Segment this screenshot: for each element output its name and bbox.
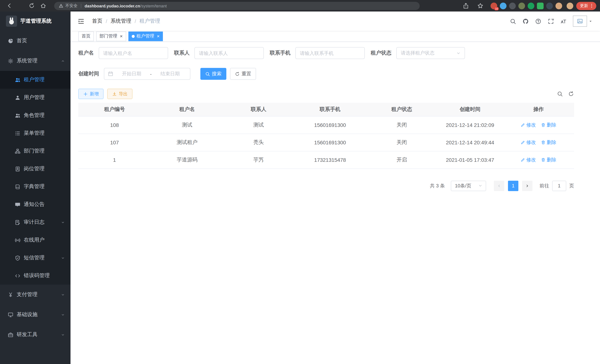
delete-icon bbox=[541, 140, 546, 145]
sidebar-item-dept-management[interactable]: 部门管理 bbox=[0, 142, 71, 160]
sidebar-item-online-users[interactable]: 在线用户 bbox=[0, 231, 71, 249]
browser-address-bar[interactable]: 不安全 dashboard.yudao.iocoder.cn/system/te… bbox=[54, 2, 420, 10]
toggle-search-button[interactable] bbox=[557, 91, 563, 97]
app-title: 芋道管理系统 bbox=[20, 18, 52, 25]
chevron-up-icon bbox=[61, 59, 65, 63]
code-icon bbox=[15, 273, 20, 279]
sidebar-item-dev-tools[interactable]: 研发工具 bbox=[0, 325, 71, 345]
delete-button[interactable]: 删除 bbox=[541, 121, 556, 128]
tab-bar: 首页部门管理×租户管理× bbox=[71, 31, 600, 42]
page-number-button[interactable]: 1 bbox=[508, 180, 518, 191]
extension-green[interactable] bbox=[528, 2, 534, 9]
sidebar-item-label: 审计日志 bbox=[24, 219, 45, 226]
sidebar-item-tenant-management[interactable]: 租户管理 bbox=[0, 71, 71, 89]
search-icon[interactable] bbox=[510, 18, 516, 24]
tab-dept-management[interactable]: 部门管理× bbox=[96, 31, 126, 41]
sidebar-item-payment-management[interactable]: 支付管理 bbox=[0, 285, 71, 305]
sidebar-item-label: 字典管理 bbox=[24, 183, 45, 190]
breadcrumb-system[interactable]: 系统管理 bbox=[111, 18, 131, 25]
sidebar-item-post-management[interactable]: 岗位管理 bbox=[0, 160, 71, 178]
breadcrumb: 首页 / 系统管理 / 租户管理 bbox=[92, 18, 160, 25]
sidebar-item-sms-management[interactable]: 短信管理 bbox=[0, 249, 71, 267]
tab-home[interactable]: 首页 bbox=[78, 31, 94, 41]
filter-row-1: 租户名 联系人 联系手机 租户状态 请选择租户状态 bbox=[78, 47, 574, 59]
edit-button[interactable]: 修改 bbox=[521, 139, 536, 146]
prev-page-button[interactable] bbox=[494, 180, 504, 191]
extension-navy[interactable] bbox=[546, 2, 553, 9]
sidebar-toggle-button[interactable] bbox=[77, 18, 84, 25]
sidebar-item-role-management[interactable]: 角色管理 bbox=[0, 106, 71, 124]
tab-close-icon[interactable]: × bbox=[157, 34, 159, 38]
share-icon[interactable] bbox=[463, 3, 469, 9]
image-placeholder-icon bbox=[577, 18, 583, 24]
extension-tan[interactable] bbox=[555, 2, 562, 9]
sidebar-item-label: 系统管理 bbox=[17, 57, 38, 64]
browser-profile-avatar[interactable] bbox=[567, 2, 573, 9]
browser-update-button[interactable]: 更新 bbox=[576, 2, 596, 10]
tenant-name-input[interactable] bbox=[99, 47, 168, 59]
column-header: 租户名 bbox=[151, 103, 223, 116]
extension-gray[interactable] bbox=[509, 2, 516, 9]
sidebar-item-label: 用户管理 bbox=[24, 94, 45, 101]
phone-input[interactable] bbox=[295, 47, 365, 59]
table-row: 108测试测试15601691300关闭2021-12-14 21:02:09修… bbox=[78, 116, 574, 134]
sidebar-item-menu-management[interactable]: 菜单管理 bbox=[0, 124, 71, 142]
user-menu[interactable] bbox=[573, 16, 593, 27]
url-host: dashboard.yudao.iocoder.cn bbox=[84, 3, 140, 8]
sidebar-item-dict-management[interactable]: 字典管理 bbox=[0, 178, 71, 196]
refresh-icon bbox=[235, 71, 240, 76]
menu-list-icon bbox=[15, 131, 20, 136]
breadcrumb-home[interactable]: 首页 bbox=[92, 18, 103, 25]
sidebar-item-error-code-management[interactable]: 错误码管理 bbox=[0, 267, 71, 285]
user-avatar[interactable] bbox=[573, 16, 587, 27]
font-size-icon[interactable] bbox=[560, 18, 567, 24]
extension-olive[interactable] bbox=[518, 2, 525, 9]
contact-input[interactable] bbox=[194, 47, 264, 59]
delete-button-label: 删除 bbox=[547, 139, 556, 146]
extension-red[interactable]: 10 bbox=[490, 2, 497, 9]
goto-page-input[interactable] bbox=[552, 180, 566, 191]
browser-home-button[interactable] bbox=[40, 3, 46, 9]
security-label[interactable]: 不安全 bbox=[65, 3, 77, 9]
cell-actions: 修改删除 bbox=[503, 151, 574, 168]
sidebar-item-audit-log[interactable]: 审计日志 bbox=[0, 213, 71, 231]
sidebar-item-system-management[interactable]: 系统管理 bbox=[0, 51, 71, 71]
browser-back-button[interactable] bbox=[6, 3, 13, 9]
add-button[interactable]: 新增 bbox=[78, 89, 103, 99]
export-button[interactable]: 导出 bbox=[107, 89, 132, 99]
sidebar-item-home[interactable]: 首页 bbox=[0, 31, 71, 51]
page-size-select[interactable]: 10条/页 bbox=[451, 180, 486, 191]
search-button[interactable]: 搜索 bbox=[200, 68, 226, 80]
download-icon bbox=[112, 92, 117, 96]
sidebar-item-infrastructure[interactable]: 基础设施 bbox=[0, 305, 71, 325]
sidebar-item-user-management[interactable]: 用户管理 bbox=[0, 89, 71, 106]
tab-tenant-management[interactable]: 租户管理× bbox=[128, 31, 163, 41]
edit-button[interactable]: 修改 bbox=[521, 156, 536, 163]
extension-green-square[interactable] bbox=[537, 2, 544, 9]
kebab-menu-icon[interactable] bbox=[589, 3, 594, 8]
github-icon[interactable] bbox=[523, 18, 529, 24]
sidebar-item-notice[interactable]: 通知公告 bbox=[0, 196, 71, 213]
refresh-table-button[interactable] bbox=[568, 91, 574, 97]
column-header: 联系人 bbox=[224, 103, 294, 116]
edit-button[interactable]: 修改 bbox=[521, 121, 536, 128]
fullscreen-icon[interactable] bbox=[548, 18, 554, 24]
extension-blue[interactable] bbox=[500, 2, 506, 9]
active-tab-dot bbox=[131, 35, 134, 38]
browser-reload-button[interactable] bbox=[28, 3, 35, 9]
next-page-button[interactable] bbox=[522, 180, 533, 191]
cell-status: 开启 bbox=[366, 151, 437, 168]
reset-button[interactable]: 重置 bbox=[230, 68, 256, 80]
cell-id: 107 bbox=[78, 134, 151, 151]
delete-button[interactable]: 删除 bbox=[541, 139, 556, 146]
tenant-status-select[interactable]: 请选择租户状态 bbox=[396, 47, 465, 59]
sidebar-item-label: 通知公告 bbox=[24, 201, 45, 208]
bookmark-star-icon[interactable] bbox=[477, 3, 484, 9]
tab-close-icon[interactable]: × bbox=[120, 34, 123, 38]
chevron-right-icon bbox=[525, 184, 529, 188]
avatar-caret-icon[interactable] bbox=[589, 19, 593, 23]
help-icon[interactable] bbox=[535, 18, 541, 24]
delete-button[interactable]: 删除 bbox=[541, 156, 556, 163]
add-button-label: 新增 bbox=[90, 91, 99, 97]
create-time-range-picker[interactable]: 开始日期 - 结束日期 bbox=[104, 68, 190, 80]
